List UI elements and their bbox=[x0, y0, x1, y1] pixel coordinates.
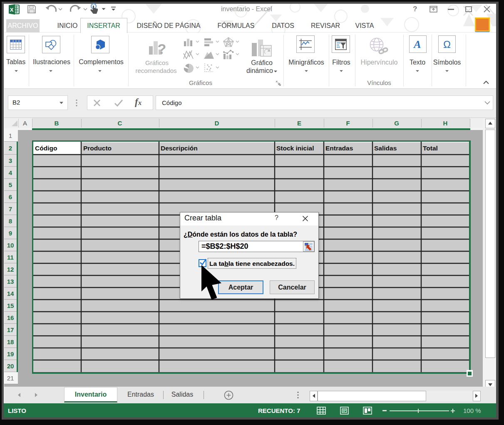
svg-text:X: X bbox=[10, 7, 14, 13]
svg-text:?: ? bbox=[158, 41, 166, 57]
